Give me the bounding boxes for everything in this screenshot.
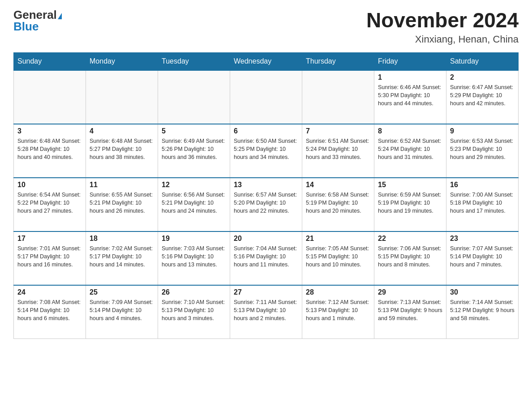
calendar-table: SundayMondayTuesdayWednesdayThursdayFrid…: [13, 52, 519, 339]
day-number: 12: [162, 181, 226, 189]
calendar-cell: 13Sunrise: 6:57 AM Sunset: 5:20 PM Dayli…: [230, 178, 302, 231]
location-title: Xinxiang, Henan, China: [366, 34, 519, 45]
day-info: Sunrise: 6:52 AM Sunset: 5:24 PM Dayligh…: [378, 137, 442, 161]
calendar-cell: 5Sunrise: 6:49 AM Sunset: 5:26 PM Daylig…: [158, 124, 230, 178]
calendar-cell: 23Sunrise: 7:07 AM Sunset: 5:14 PM Dayli…: [446, 231, 519, 285]
calendar-cell: 7Sunrise: 6:51 AM Sunset: 5:24 PM Daylig…: [302, 124, 374, 178]
day-info: Sunrise: 7:10 AM Sunset: 5:13 PM Dayligh…: [162, 298, 226, 322]
day-info: Sunrise: 6:46 AM Sunset: 5:30 PM Dayligh…: [378, 83, 442, 107]
day-info: Sunrise: 7:08 AM Sunset: 5:14 PM Dayligh…: [17, 298, 82, 322]
calendar-cell: 20Sunrise: 7:04 AM Sunset: 5:16 PM Dayli…: [230, 231, 302, 285]
day-number: 28: [306, 288, 370, 296]
logo-blue-text: Blue: [13, 21, 39, 32]
calendar-cell: 21Sunrise: 7:05 AM Sunset: 5:15 PM Dayli…: [302, 231, 374, 285]
week-row-2: 3Sunrise: 6:48 AM Sunset: 5:28 PM Daylig…: [14, 124, 519, 178]
logo-triangle-icon: [58, 13, 62, 19]
day-info: Sunrise: 6:54 AM Sunset: 5:22 PM Dayligh…: [17, 191, 82, 215]
day-number: 20: [234, 235, 298, 243]
day-info: Sunrise: 7:11 AM Sunset: 5:13 PM Dayligh…: [234, 298, 298, 322]
month-title: November 2024: [366, 9, 519, 32]
week-row-5: 24Sunrise: 7:08 AM Sunset: 5:14 PM Dayli…: [14, 285, 519, 339]
weekday-header-sunday: Sunday: [14, 52, 86, 70]
calendar-cell: 17Sunrise: 7:01 AM Sunset: 5:17 PM Dayli…: [14, 231, 86, 285]
day-number: 26: [162, 288, 226, 296]
day-info: Sunrise: 6:58 AM Sunset: 5:19 PM Dayligh…: [306, 191, 370, 215]
day-info: Sunrise: 6:49 AM Sunset: 5:26 PM Dayligh…: [162, 137, 226, 161]
day-number: 21: [306, 235, 370, 243]
day-number: 4: [90, 127, 154, 135]
day-number: 22: [378, 235, 442, 243]
day-info: Sunrise: 7:04 AM Sunset: 5:16 PM Dayligh…: [234, 244, 298, 269]
day-number: 18: [90, 235, 154, 243]
weekday-header-wednesday: Wednesday: [230, 52, 302, 70]
calendar-cell: [230, 70, 302, 124]
week-row-4: 17Sunrise: 7:01 AM Sunset: 5:17 PM Dayli…: [14, 231, 519, 285]
calendar-cell: 28Sunrise: 7:12 AM Sunset: 5:13 PM Dayli…: [302, 285, 374, 339]
day-number: 7: [306, 127, 370, 135]
calendar-cell: 27Sunrise: 7:11 AM Sunset: 5:13 PM Dayli…: [230, 285, 302, 339]
logo: General Blue: [13, 9, 62, 32]
day-number: 1: [378, 73, 442, 81]
logo-text: General: [13, 9, 62, 21]
day-info: Sunrise: 6:50 AM Sunset: 5:25 PM Dayligh…: [234, 137, 298, 161]
logo-blue: Blue: [13, 20, 39, 33]
page-header: General Blue November 2024 Xinxiang, Hen…: [13, 9, 519, 45]
calendar-cell: [158, 70, 230, 124]
day-info: Sunrise: 6:56 AM Sunset: 5:21 PM Dayligh…: [162, 191, 226, 215]
day-info: Sunrise: 6:48 AM Sunset: 5:28 PM Dayligh…: [17, 137, 82, 161]
day-info: Sunrise: 7:06 AM Sunset: 5:15 PM Dayligh…: [378, 244, 442, 269]
day-number: 2: [450, 73, 515, 81]
day-number: 8: [378, 127, 442, 135]
calendar-cell: 2Sunrise: 6:47 AM Sunset: 5:29 PM Daylig…: [446, 70, 519, 124]
calendar-cell: 14Sunrise: 6:58 AM Sunset: 5:19 PM Dayli…: [302, 178, 374, 231]
calendar-cell: 29Sunrise: 7:13 AM Sunset: 5:13 PM Dayli…: [374, 285, 446, 339]
day-info: Sunrise: 7:00 AM Sunset: 5:18 PM Dayligh…: [450, 191, 515, 215]
calendar-cell: 30Sunrise: 7:14 AM Sunset: 5:12 PM Dayli…: [446, 285, 519, 339]
day-number: 11: [90, 181, 154, 189]
day-info: Sunrise: 7:01 AM Sunset: 5:17 PM Dayligh…: [17, 244, 82, 269]
day-info: Sunrise: 6:48 AM Sunset: 5:27 PM Dayligh…: [90, 137, 154, 161]
day-info: Sunrise: 6:51 AM Sunset: 5:24 PM Dayligh…: [306, 137, 370, 161]
day-number: 5: [162, 127, 226, 135]
day-info: Sunrise: 7:09 AM Sunset: 5:14 PM Dayligh…: [90, 298, 154, 322]
day-number: 29: [378, 288, 442, 296]
week-row-1: 1Sunrise: 6:46 AM Sunset: 5:30 PM Daylig…: [14, 70, 519, 124]
day-info: Sunrise: 7:07 AM Sunset: 5:14 PM Dayligh…: [450, 244, 515, 269]
day-info: Sunrise: 6:59 AM Sunset: 5:19 PM Dayligh…: [378, 191, 442, 215]
day-number: 24: [17, 288, 82, 296]
weekday-header-tuesday: Tuesday: [158, 52, 230, 70]
day-number: 6: [234, 127, 298, 135]
calendar-cell: 3Sunrise: 6:48 AM Sunset: 5:28 PM Daylig…: [14, 124, 86, 178]
day-info: Sunrise: 7:03 AM Sunset: 5:16 PM Dayligh…: [162, 244, 226, 269]
day-number: 23: [450, 235, 515, 243]
day-info: Sunrise: 7:12 AM Sunset: 5:13 PM Dayligh…: [306, 298, 370, 322]
day-number: 13: [234, 181, 298, 189]
day-number: 3: [17, 127, 82, 135]
day-number: 30: [450, 288, 515, 296]
calendar-cell: 16Sunrise: 7:00 AM Sunset: 5:18 PM Dayli…: [446, 178, 519, 231]
day-number: 14: [306, 181, 370, 189]
calendar-cell: 4Sunrise: 6:48 AM Sunset: 5:27 PM Daylig…: [86, 124, 158, 178]
calendar-cell: 15Sunrise: 6:59 AM Sunset: 5:19 PM Dayli…: [374, 178, 446, 231]
day-info: Sunrise: 6:57 AM Sunset: 5:20 PM Dayligh…: [234, 191, 298, 215]
day-info: Sunrise: 7:14 AM Sunset: 5:12 PM Dayligh…: [450, 298, 515, 322]
calendar-cell: 19Sunrise: 7:03 AM Sunset: 5:16 PM Dayli…: [158, 231, 230, 285]
calendar-cell: 22Sunrise: 7:06 AM Sunset: 5:15 PM Dayli…: [374, 231, 446, 285]
weekday-header-saturday: Saturday: [446, 52, 519, 70]
day-number: 10: [17, 181, 82, 189]
calendar-cell: 25Sunrise: 7:09 AM Sunset: 5:14 PM Dayli…: [86, 285, 158, 339]
calendar-cell: [302, 70, 374, 124]
weekday-header-monday: Monday: [86, 52, 158, 70]
weekday-header-friday: Friday: [374, 52, 446, 70]
calendar-cell: 9Sunrise: 6:53 AM Sunset: 5:23 PM Daylig…: [446, 124, 519, 178]
calendar-cell: [14, 70, 86, 124]
calendar-cell: 26Sunrise: 7:10 AM Sunset: 5:13 PM Dayli…: [158, 285, 230, 339]
day-info: Sunrise: 6:47 AM Sunset: 5:29 PM Dayligh…: [450, 83, 515, 107]
day-info: Sunrise: 6:53 AM Sunset: 5:23 PM Dayligh…: [450, 137, 515, 161]
calendar-cell: 18Sunrise: 7:02 AM Sunset: 5:17 PM Dayli…: [86, 231, 158, 285]
day-info: Sunrise: 7:02 AM Sunset: 5:17 PM Dayligh…: [90, 244, 154, 269]
calendar-cell: 11Sunrise: 6:55 AM Sunset: 5:21 PM Dayli…: [86, 178, 158, 231]
day-number: 15: [378, 181, 442, 189]
day-number: 27: [234, 288, 298, 296]
day-number: 9: [450, 127, 515, 135]
